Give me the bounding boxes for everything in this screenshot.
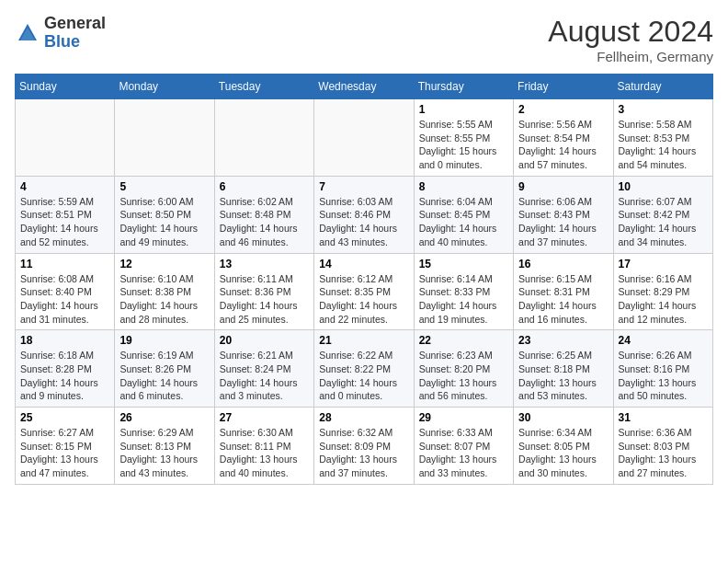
calendar-cell: 21Sunrise: 6:22 AM Sunset: 8:22 PM Dayli… bbox=[314, 330, 414, 408]
day-number: 15 bbox=[419, 258, 508, 270]
day-info: Sunrise: 6:34 AM Sunset: 8:05 PM Dayligh… bbox=[518, 426, 608, 480]
day-info: Sunrise: 6:06 AM Sunset: 8:43 PM Dayligh… bbox=[518, 195, 608, 249]
day-info: Sunrise: 6:00 AM Sunset: 8:50 PM Dayligh… bbox=[119, 195, 209, 249]
logo-blue-text: Blue bbox=[44, 33, 106, 52]
calendar-cell: 13Sunrise: 6:11 AM Sunset: 8:36 PM Dayli… bbox=[214, 253, 313, 330]
calendar-cell: 22Sunrise: 6:23 AM Sunset: 8:20 PM Dayli… bbox=[414, 330, 513, 408]
day-number: 12 bbox=[119, 258, 209, 270]
day-number: 8 bbox=[419, 180, 508, 193]
calendar-week-row: 18Sunrise: 6:18 AM Sunset: 8:28 PM Dayli… bbox=[16, 330, 713, 408]
day-number: 23 bbox=[518, 334, 608, 347]
day-info: Sunrise: 5:58 AM Sunset: 8:53 PM Dayligh… bbox=[619, 118, 708, 172]
day-info: Sunrise: 6:15 AM Sunset: 8:31 PM Dayligh… bbox=[518, 272, 608, 327]
location-subtitle: Fellheim, Germany bbox=[548, 49, 713, 64]
day-number: 29 bbox=[419, 411, 508, 424]
calendar-cell: 2Sunrise: 5:56 AM Sunset: 8:54 PM Daylig… bbox=[514, 99, 613, 177]
title-block: August 2024 Fellheim, Germany bbox=[548, 15, 713, 64]
day-info: Sunrise: 5:56 AM Sunset: 8:54 PM Dayligh… bbox=[518, 118, 608, 172]
day-number: 1 bbox=[419, 103, 508, 116]
calendar-cell bbox=[314, 99, 414, 177]
calendar-cell: 23Sunrise: 6:25 AM Sunset: 8:18 PM Dayli… bbox=[514, 330, 613, 408]
day-info: Sunrise: 6:29 AM Sunset: 8:13 PM Dayligh… bbox=[119, 426, 209, 480]
day-info: Sunrise: 6:08 AM Sunset: 8:40 PM Dayligh… bbox=[20, 272, 109, 327]
day-info: Sunrise: 6:16 AM Sunset: 8:29 PM Dayligh… bbox=[619, 272, 708, 327]
calendar-cell: 19Sunrise: 6:19 AM Sunset: 8:26 PM Dayli… bbox=[115, 330, 214, 408]
day-number: 28 bbox=[319, 411, 408, 424]
day-info: Sunrise: 6:25 AM Sunset: 8:18 PM Dayligh… bbox=[518, 349, 608, 403]
calendar-cell: 6Sunrise: 6:02 AM Sunset: 8:48 PM Daylig… bbox=[214, 176, 313, 253]
calendar-cell bbox=[115, 99, 214, 177]
day-number: 5 bbox=[119, 180, 209, 193]
day-number: 7 bbox=[319, 180, 408, 193]
calendar-week-row: 25Sunrise: 6:27 AM Sunset: 8:15 PM Dayli… bbox=[16, 408, 713, 485]
calendar-cell: 28Sunrise: 6:32 AM Sunset: 8:09 PM Dayli… bbox=[314, 408, 414, 485]
day-number: 14 bbox=[319, 258, 408, 270]
calendar-cell: 25Sunrise: 6:27 AM Sunset: 8:15 PM Dayli… bbox=[16, 408, 115, 485]
calendar-cell: 7Sunrise: 6:03 AM Sunset: 8:46 PM Daylig… bbox=[314, 176, 414, 253]
day-info: Sunrise: 6:23 AM Sunset: 8:20 PM Dayligh… bbox=[419, 349, 508, 403]
day-number: 30 bbox=[518, 411, 608, 424]
calendar-cell: 5Sunrise: 6:00 AM Sunset: 8:50 PM Daylig… bbox=[115, 176, 214, 253]
calendar-cell: 24Sunrise: 6:26 AM Sunset: 8:16 PM Dayli… bbox=[613, 330, 712, 408]
calendar-cell: 3Sunrise: 5:58 AM Sunset: 8:53 PM Daylig… bbox=[613, 99, 712, 177]
calendar-cell: 10Sunrise: 6:07 AM Sunset: 8:42 PM Dayli… bbox=[613, 176, 712, 253]
day-number: 21 bbox=[319, 334, 408, 347]
calendar-cell bbox=[16, 99, 115, 177]
calendar-cell: 12Sunrise: 6:10 AM Sunset: 8:38 PM Dayli… bbox=[115, 253, 214, 330]
calendar-cell: 9Sunrise: 6:06 AM Sunset: 8:43 PM Daylig… bbox=[514, 176, 613, 253]
day-info: Sunrise: 6:27 AM Sunset: 8:15 PM Dayligh… bbox=[20, 426, 109, 480]
weekday-header: Saturday bbox=[613, 75, 712, 99]
calendar-cell: 14Sunrise: 6:12 AM Sunset: 8:35 PM Dayli… bbox=[314, 253, 414, 330]
day-info: Sunrise: 6:14 AM Sunset: 8:33 PM Dayligh… bbox=[419, 272, 508, 327]
calendar-cell: 18Sunrise: 6:18 AM Sunset: 8:28 PM Dayli… bbox=[16, 330, 115, 408]
weekday-header: Tuesday bbox=[214, 75, 313, 99]
calendar-header-row: SundayMondayTuesdayWednesdayThursdayFrid… bbox=[16, 75, 713, 99]
day-number: 19 bbox=[119, 334, 209, 347]
calendar-cell: 29Sunrise: 6:33 AM Sunset: 8:07 PM Dayli… bbox=[414, 408, 513, 485]
day-number: 9 bbox=[518, 180, 608, 193]
weekday-header: Friday bbox=[514, 75, 613, 99]
day-number: 31 bbox=[619, 411, 708, 424]
calendar-cell: 15Sunrise: 6:14 AM Sunset: 8:33 PM Dayli… bbox=[414, 253, 513, 330]
day-number: 27 bbox=[220, 411, 309, 424]
day-info: Sunrise: 6:19 AM Sunset: 8:26 PM Dayligh… bbox=[119, 349, 209, 403]
day-number: 24 bbox=[619, 334, 708, 347]
page-header: General Blue August 2024 Fellheim, Germa… bbox=[15, 15, 713, 64]
day-info: Sunrise: 6:21 AM Sunset: 8:24 PM Dayligh… bbox=[220, 349, 309, 403]
calendar-cell: 11Sunrise: 6:08 AM Sunset: 8:40 PM Dayli… bbox=[16, 253, 115, 330]
calendar-cell: 8Sunrise: 6:04 AM Sunset: 8:45 PM Daylig… bbox=[414, 176, 513, 253]
day-number: 22 bbox=[419, 334, 508, 347]
logo-general-text: General bbox=[44, 15, 106, 33]
calendar-cell: 27Sunrise: 6:30 AM Sunset: 8:11 PM Dayli… bbox=[214, 408, 313, 485]
day-info: Sunrise: 6:36 AM Sunset: 8:03 PM Dayligh… bbox=[619, 426, 708, 480]
calendar-cell: 30Sunrise: 6:34 AM Sunset: 8:05 PM Dayli… bbox=[514, 408, 613, 485]
day-number: 16 bbox=[518, 258, 608, 270]
day-info: Sunrise: 6:22 AM Sunset: 8:22 PM Dayligh… bbox=[319, 349, 408, 403]
logo: General Blue bbox=[15, 15, 106, 52]
day-number: 3 bbox=[619, 103, 708, 116]
calendar-cell: 20Sunrise: 6:21 AM Sunset: 8:24 PM Dayli… bbox=[214, 330, 313, 408]
day-info: Sunrise: 5:59 AM Sunset: 8:51 PM Dayligh… bbox=[20, 195, 109, 249]
day-info: Sunrise: 6:10 AM Sunset: 8:38 PM Dayligh… bbox=[119, 272, 209, 327]
calendar-week-row: 11Sunrise: 6:08 AM Sunset: 8:40 PM Dayli… bbox=[16, 253, 713, 330]
day-info: Sunrise: 6:26 AM Sunset: 8:16 PM Dayligh… bbox=[619, 349, 708, 403]
calendar-cell: 16Sunrise: 6:15 AM Sunset: 8:31 PM Dayli… bbox=[514, 253, 613, 330]
day-number: 6 bbox=[220, 180, 309, 193]
day-info: Sunrise: 6:12 AM Sunset: 8:35 PM Dayligh… bbox=[319, 272, 408, 327]
calendar-cell: 31Sunrise: 6:36 AM Sunset: 8:03 PM Dayli… bbox=[613, 408, 712, 485]
day-number: 17 bbox=[619, 258, 708, 270]
month-year-title: August 2024 bbox=[548, 15, 713, 49]
day-info: Sunrise: 6:33 AM Sunset: 8:07 PM Dayligh… bbox=[419, 426, 508, 480]
day-info: Sunrise: 6:30 AM Sunset: 8:11 PM Dayligh… bbox=[220, 426, 309, 480]
logo-icon bbox=[15, 20, 40, 46]
weekday-header: Thursday bbox=[414, 75, 513, 99]
day-number: 18 bbox=[20, 334, 109, 347]
calendar-table: SundayMondayTuesdayWednesdayThursdayFrid… bbox=[15, 74, 713, 485]
day-number: 2 bbox=[518, 103, 608, 116]
calendar-cell: 26Sunrise: 6:29 AM Sunset: 8:13 PM Dayli… bbox=[115, 408, 214, 485]
day-info: Sunrise: 6:32 AM Sunset: 8:09 PM Dayligh… bbox=[319, 426, 408, 480]
calendar-cell bbox=[214, 99, 313, 177]
calendar-week-row: 1Sunrise: 5:55 AM Sunset: 8:55 PM Daylig… bbox=[16, 99, 713, 177]
day-number: 25 bbox=[20, 411, 109, 424]
weekday-header: Sunday bbox=[16, 75, 115, 99]
